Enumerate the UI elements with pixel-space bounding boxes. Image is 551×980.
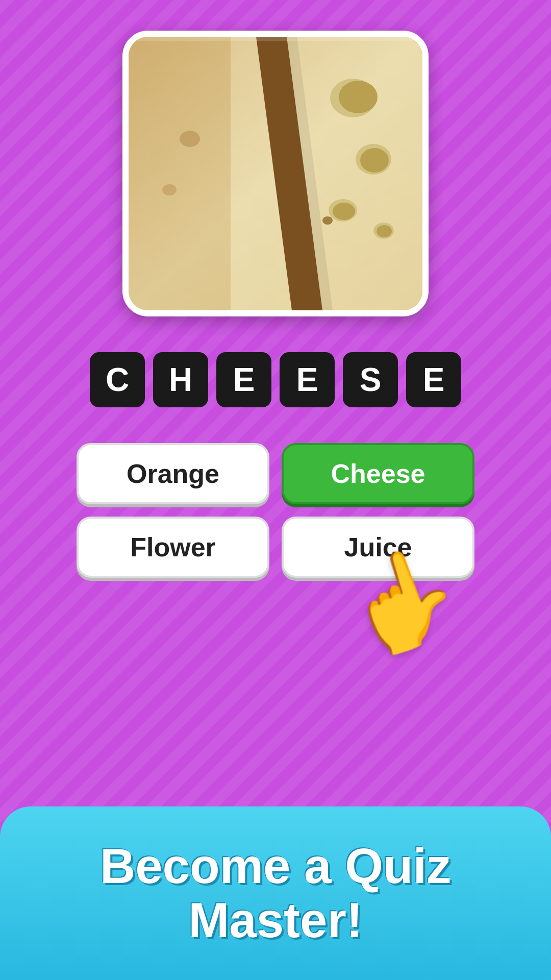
cheese-image [129,37,422,310]
answer-orange[interactable]: Orange [77,443,269,504]
answer-flower[interactable]: Flower [77,517,269,578]
svg-point-13 [180,131,200,147]
quiz-image-card [122,31,429,316]
tile-4: S [343,352,398,407]
main-content: C H E E S E Orange Cheese Flower Juice 👆 [0,0,551,578]
bottom-banner: Become a Quiz Master! [0,806,551,980]
letter-tiles-row: C H E E S E [90,352,461,407]
svg-point-12 [322,216,333,225]
svg-rect-16 [129,37,422,41]
banner-text: Become a Quiz Master! [100,839,451,947]
svg-point-11 [377,225,392,237]
tile-3: E [280,352,335,407]
tile-2: E [216,352,271,407]
svg-point-9 [333,203,355,220]
svg-point-14 [162,184,177,195]
tile-0: C [90,352,145,407]
svg-point-5 [339,81,378,113]
tile-5: E [406,352,461,407]
answer-cheese[interactable]: Cheese [282,443,474,504]
tile-1: H [153,352,208,407]
svg-point-7 [360,148,389,173]
